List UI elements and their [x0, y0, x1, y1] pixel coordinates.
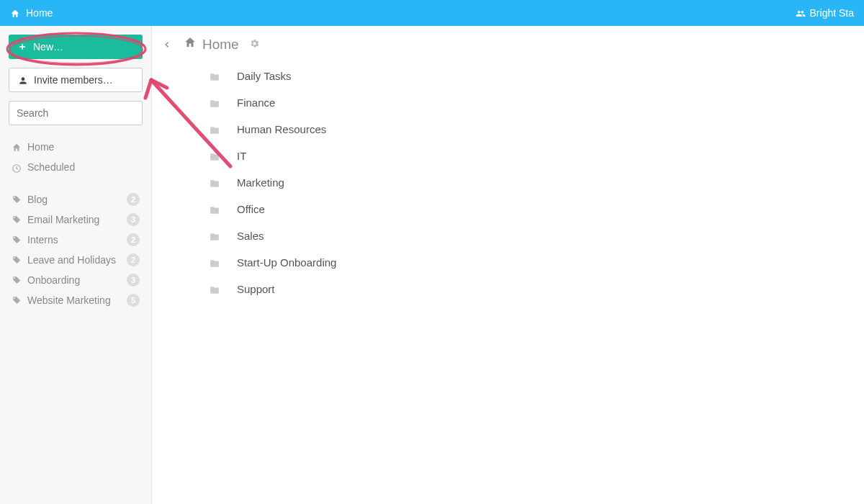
- folder-daily-tasks[interactable]: Daily Tasks: [210, 63, 864, 89]
- folder-sales[interactable]: Sales: [210, 222, 864, 249]
- sidebar-tag-email-marketing[interactable]: Email Marketing 3: [9, 210, 143, 230]
- folder-office[interactable]: Office: [210, 196, 864, 222]
- topbar: Home Bright Sta: [0, 0, 864, 26]
- folder-startup-onboarding[interactable]: Start-Up Onboarding: [210, 249, 864, 276]
- topbar-home-label: Home: [26, 7, 53, 19]
- clock-icon: [12, 161, 22, 173]
- sidebar-nav: Home Scheduled: [9, 137, 143, 178]
- plus-icon: ＋: [17, 40, 27, 53]
- folder-icon: [210, 123, 221, 135]
- tag-icon: [12, 213, 22, 225]
- folder-label: IT: [237, 150, 246, 162]
- sidebar-tag-count: 3: [127, 274, 140, 287]
- sidebar-tags: Blog 2 Email Marketing 3 Interns 2: [9, 189, 143, 310]
- folder-label: Marketing: [237, 176, 284, 189]
- sidebar-tag-count: 2: [127, 233, 140, 246]
- breadcrumb[interactable]: Home: [184, 36, 239, 53]
- sidebar-tag-website-marketing[interactable]: Website Marketing 5: [9, 290, 143, 310]
- home-icon: [184, 36, 197, 53]
- invite-members-button[interactable]: Invite members…: [9, 68, 143, 92]
- tag-icon: [12, 233, 22, 245]
- folder-label: Start-Up Onboarding: [237, 256, 336, 269]
- folder-icon: [210, 203, 221, 215]
- main-content: Home Daily Tasks Finance: [152, 26, 864, 504]
- folder-icon: [210, 230, 221, 241]
- sidebar-item-scheduled[interactable]: Scheduled: [9, 157, 143, 177]
- folder-icon: [210, 96, 221, 108]
- sidebar-tag-count: 3: [127, 213, 140, 226]
- sidebar-tag-leave-holidays[interactable]: Leave and Holidays 2: [9, 250, 143, 270]
- topbar-org-label: Bright Sta: [810, 7, 854, 19]
- sidebar-tag-label: Blog: [27, 194, 127, 205]
- sidebar-item-label: Home: [27, 141, 54, 153]
- folder-support[interactable]: Support: [210, 276, 864, 302]
- sidebar-tag-count: 2: [127, 253, 140, 266]
- topbar-org-switcher[interactable]: Bright Sta: [796, 7, 854, 19]
- tag-icon: [12, 274, 22, 285]
- users-icon: [796, 7, 806, 19]
- folder-icon: [210, 176, 221, 188]
- invite-members-label: Invite members…: [34, 74, 113, 86]
- folder-label: Human Resources: [237, 123, 326, 135]
- topbar-home-link[interactable]: Home: [10, 7, 53, 19]
- main-header: Home: [152, 26, 864, 60]
- sidebar-tag-label: Email Marketing: [27, 214, 127, 225]
- settings-button[interactable]: [249, 38, 260, 51]
- folder-list: Daily Tasks Finance Human Resources IT: [152, 60, 864, 302]
- user-icon: [18, 74, 28, 86]
- folder-icon: [210, 150, 221, 161]
- sidebar-tag-label: Leave and Holidays: [27, 254, 127, 266]
- new-button-label: New…: [33, 41, 63, 53]
- folder-label: Support: [237, 283, 275, 295]
- tag-icon: [12, 193, 22, 204]
- sidebar-tag-count: 5: [127, 294, 140, 307]
- folder-label: Office: [237, 203, 265, 215]
- folder-finance[interactable]: Finance: [210, 89, 864, 116]
- search-input[interactable]: [9, 101, 143, 125]
- sidebar: ＋ New… Invite members… Home Scheduled: [0, 26, 152, 504]
- folder-marketing[interactable]: Marketing: [210, 169, 864, 196]
- tag-icon: [12, 253, 22, 265]
- new-button[interactable]: ＋ New…: [9, 35, 143, 59]
- tag-icon: [12, 294, 22, 305]
- sidebar-tag-label: Interns: [27, 234, 127, 246]
- sidebar-tag-blog[interactable]: Blog 2: [9, 189, 143, 210]
- sidebar-tag-label: Onboarding: [27, 274, 127, 286]
- sidebar-tag-label: Website Marketing: [27, 294, 127, 306]
- sidebar-item-label: Scheduled: [27, 161, 75, 173]
- sidebar-tag-onboarding[interactable]: Onboarding 3: [9, 270, 143, 290]
- folder-label: Daily Tasks: [237, 70, 292, 82]
- sidebar-item-home[interactable]: Home: [9, 137, 143, 157]
- folder-label: Sales: [237, 230, 264, 242]
- folder-label: Finance: [237, 96, 275, 109]
- folder-icon: [210, 283, 221, 294]
- sidebar-tag-count: 2: [127, 193, 140, 206]
- collapse-sidebar-button[interactable]: [161, 38, 174, 51]
- breadcrumb-label: Home: [202, 37, 239, 53]
- home-icon: [12, 141, 22, 153]
- folder-it[interactable]: IT: [210, 143, 864, 169]
- home-icon: [10, 7, 20, 19]
- folder-human-resources[interactable]: Human Resources: [210, 116, 864, 143]
- folder-icon: [210, 256, 221, 268]
- folder-icon: [210, 70, 221, 81]
- sidebar-tag-interns[interactable]: Interns 2: [9, 230, 143, 250]
